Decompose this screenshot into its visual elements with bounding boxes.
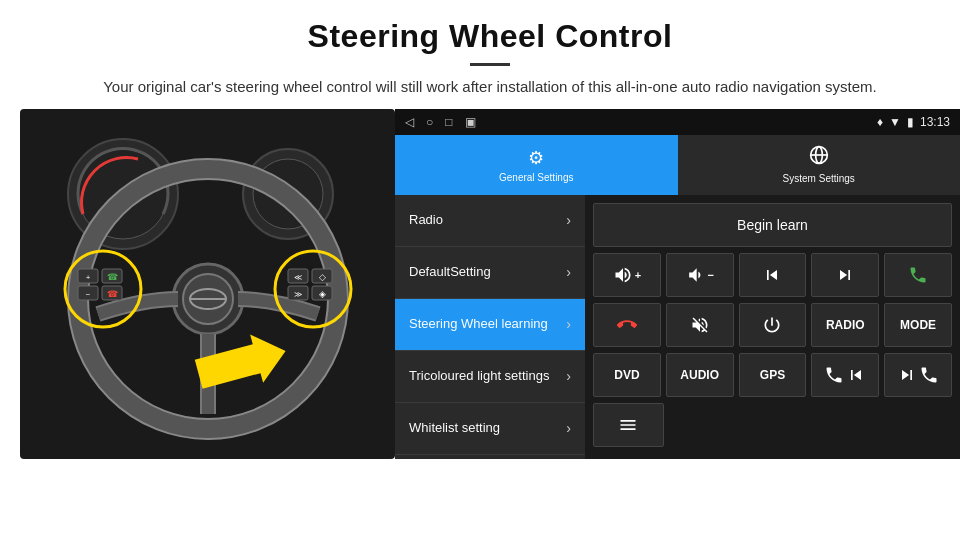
control-grid-row4 [593,403,952,447]
title-divider [470,63,510,66]
arrow-icon: › [566,420,571,436]
android-ui: ◁ ○ □ ▣ ♦ ▼ ▮ 13:13 ⚙ General Settings [395,109,960,459]
menu-item-steering-wheel[interactable]: Steering Wheel learning › [395,299,585,351]
begin-learn-row: Begin learn [593,203,952,247]
status-bar-info: ♦ ▼ ▮ 13:13 [877,115,950,129]
control-grid-row2: RADIO MODE [593,303,952,347]
gear-icon: ⚙ [528,147,544,169]
settings-icon-button[interactable] [593,403,664,447]
mute-button[interactable] [666,303,734,347]
phone-prev-button[interactable] [811,353,879,397]
svg-text:☎: ☎ [106,289,117,299]
status-bar-nav-icons: ◁ ○ □ ▣ [405,115,476,129]
mode-button[interactable]: MODE [884,303,952,347]
arrow-icon: › [566,212,571,228]
tab-bar: ⚙ General Settings System Settings [395,135,960,195]
wifi-icon: ▼ [889,115,901,129]
hang-up-button[interactable] [593,303,661,347]
globe-icon [809,145,829,170]
gps-button[interactable]: GPS [739,353,807,397]
volume-down-button[interactable]: − [666,253,734,297]
menu-item-default-setting[interactable]: DefaultSetting › [395,247,585,299]
arrow-icon: › [566,264,571,280]
begin-learn-button[interactable]: Begin learn [593,203,952,247]
control-grid-row3: DVD AUDIO GPS [593,353,952,397]
audio-button[interactable]: AUDIO [666,353,734,397]
arrow-icon: › [566,316,571,332]
svg-text:≪: ≪ [294,273,302,282]
location-icon: ♦ [877,115,883,129]
recent-icon[interactable]: □ [445,115,452,129]
menu-item-radio[interactable]: Radio › [395,195,585,247]
header-subtitle: Your original car's steering wheel contr… [20,76,960,99]
tab-general-settings[interactable]: ⚙ General Settings [395,135,678,195]
dvd-button[interactable]: DVD [593,353,661,397]
phone-answer-button[interactable] [884,253,952,297]
next-track-button[interactable] [811,253,879,297]
tab-system-settings[interactable]: System Settings [678,135,961,195]
steering-wheel-image: + − ☎ ☎ ≪ ≫ ◇ ◈ [20,109,395,459]
svg-text:+: + [85,273,90,282]
control-grid-row1: + − [593,253,952,297]
radio-button[interactable]: RADIO [811,303,879,347]
prev-track-button[interactable] [739,253,807,297]
phone-next-button[interactable] [884,353,952,397]
svg-text:−: − [85,290,90,299]
control-panel: Begin learn + − [585,195,960,459]
menu-icon[interactable]: ▣ [465,115,476,129]
menu-item-tricoloured[interactable]: Tricoloured light settings › [395,351,585,403]
home-icon[interactable]: ○ [426,115,433,129]
page-header: Steering Wheel Control Your original car… [0,0,980,109]
battery-icon: ▮ [907,115,914,129]
svg-text:☎: ☎ [106,272,117,282]
menu-area: Radio › DefaultSetting › Steering Wheel … [395,195,960,459]
volume-up-button[interactable]: + [593,253,661,297]
back-icon[interactable]: ◁ [405,115,414,129]
svg-text:◈: ◈ [318,289,325,299]
clock: 13:13 [920,115,950,129]
arrow-icon: › [566,368,571,384]
menu-item-whitelist[interactable]: Whitelist setting › [395,403,585,455]
status-bar: ◁ ○ □ ▣ ♦ ▼ ▮ 13:13 [395,109,960,135]
svg-text:≫: ≫ [294,290,302,299]
settings-menu-list: Radio › DefaultSetting › Steering Wheel … [395,195,585,459]
page-title: Steering Wheel Control [20,18,960,55]
svg-text:◇: ◇ [318,272,325,282]
main-content: + − ☎ ☎ ≪ ≫ ◇ ◈ [0,109,980,459]
power-button[interactable] [739,303,807,347]
